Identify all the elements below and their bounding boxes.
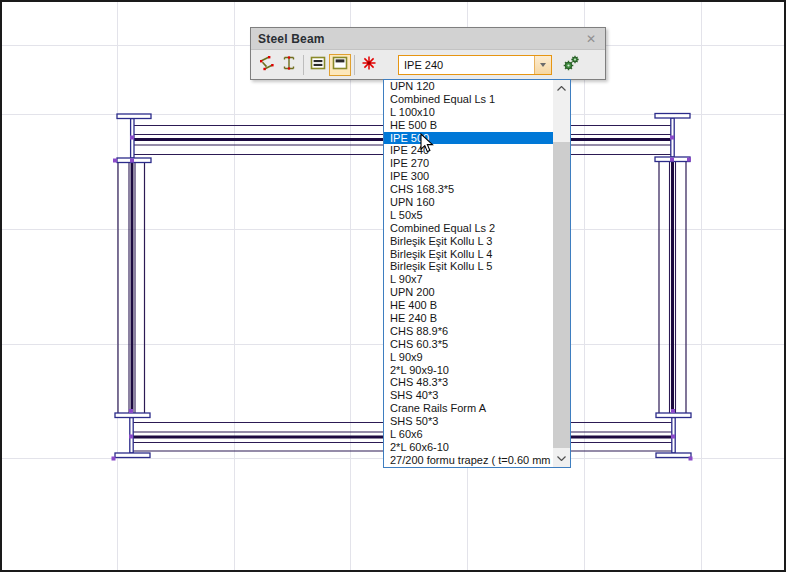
dropdown-item[interactable]: CHS 60.3*5 [384,338,553,351]
dropdown-item[interactable]: UPN 200 [384,286,553,299]
profile-two-bars-button[interactable] [307,54,329,76]
toolbar-title: Steel Beam [258,32,325,46]
dropdown-scrollbar[interactable] [553,80,570,467]
dropdown-item[interactable]: HE 500 B [384,119,553,132]
green-gears-icon [561,54,581,76]
toolbar-titlebar[interactable]: Steel Beam ✕ [251,28,605,50]
profile-dropdown-list: UPN 120Combined Equal Ls 1L 100x10HE 500… [383,79,571,468]
dropdown-item[interactable]: CHS 168.3*5 [384,183,553,196]
sloped-beam-icon [258,54,276,76]
combobox-dropdown-button[interactable] [534,56,551,74]
profile-top-bar-icon [331,54,349,76]
toolbar-body: IPE 240 [251,50,605,79]
profile-top-bar-button[interactable] [329,54,351,76]
dropdown-item[interactable]: L 90x9 [384,351,553,364]
dropdown-item[interactable]: CHS 48.3*3 [384,376,553,389]
profile-catalog-button[interactable] [559,54,583,76]
dropdown-item[interactable]: SHS 50*3 [384,415,553,428]
dropdown-item[interactable]: Combined Equal Ls 1 [384,93,553,106]
dropdown-item[interactable]: L 50x5 [384,209,553,222]
toolbar-separator [354,55,355,75]
dropdown-item[interactable]: HE 400 B [384,299,553,312]
dropdown-item[interactable]: L 90x7 [384,273,553,286]
dropdown-item[interactable]: HE 240 B [384,312,553,325]
profile-dropdown-items: UPN 120Combined Equal Ls 1L 100x10HE 500… [384,80,553,467]
dropdown-item[interactable]: IPE 240 [384,144,553,157]
dropdown-item[interactable]: CHS 88.9*6 [384,325,553,338]
snap-asterisk-button[interactable] [358,54,380,76]
dropdown-item[interactable]: L 100x10 [384,106,553,119]
scrollbar-thumb[interactable] [553,142,570,448]
toolbar-separator [303,55,304,75]
dropdown-item[interactable]: 2*L 90x9-10 [384,364,553,377]
scrollbar-up-button[interactable] [553,80,570,97]
close-icon[interactable]: ✕ [584,32,598,46]
dropdown-item[interactable]: UPN 120 [384,80,553,93]
dropdown-item[interactable]: Birleşik Eşit Kollu L 5 [384,260,553,273]
create-sloped-beam-button[interactable] [256,54,278,76]
dropdown-item[interactable]: IPE 270 [384,157,553,170]
profile-two-bars-icon [309,54,327,76]
mouse-cursor [420,133,436,159]
dropdown-item[interactable]: IPE 500 [384,132,553,145]
profile-combobox-value[interactable]: IPE 240 [399,59,534,71]
dropdown-item[interactable]: SHS 40*3 [384,389,553,402]
steel-beam-toolbar: Steel Beam ✕ [250,27,606,80]
dropdown-item[interactable]: 27/200 formu trapez ( t=0.60 mm [384,454,553,467]
chevron-down-icon [557,456,566,461]
dropdown-item[interactable]: 2*L 60x6-10 [384,441,553,454]
create-vertical-beam-button[interactable] [278,54,300,76]
dropdown-item[interactable]: IPE 300 [384,170,553,183]
dropdown-item[interactable]: L 60x6 [384,428,553,441]
application-window: Steel Beam ✕ [0,0,786,572]
red-asterisk-icon [360,54,378,76]
dropdown-item[interactable]: Birleşik Eşit Kollu L 4 [384,248,553,261]
dropdown-item[interactable]: Crane Rails Form A [384,402,553,415]
profile-combobox[interactable]: IPE 240 [398,55,552,75]
chevron-up-icon [557,86,566,91]
i-beam-icon [280,54,298,76]
scrollbar-down-button[interactable] [553,450,570,467]
dropdown-item[interactable]: Combined Equal Ls 2 [384,222,553,235]
chevron-down-icon [540,63,546,67]
dropdown-item[interactable]: UPN 160 [384,196,553,209]
dropdown-item[interactable]: Birleşik Eşit Kollu L 3 [384,235,553,248]
